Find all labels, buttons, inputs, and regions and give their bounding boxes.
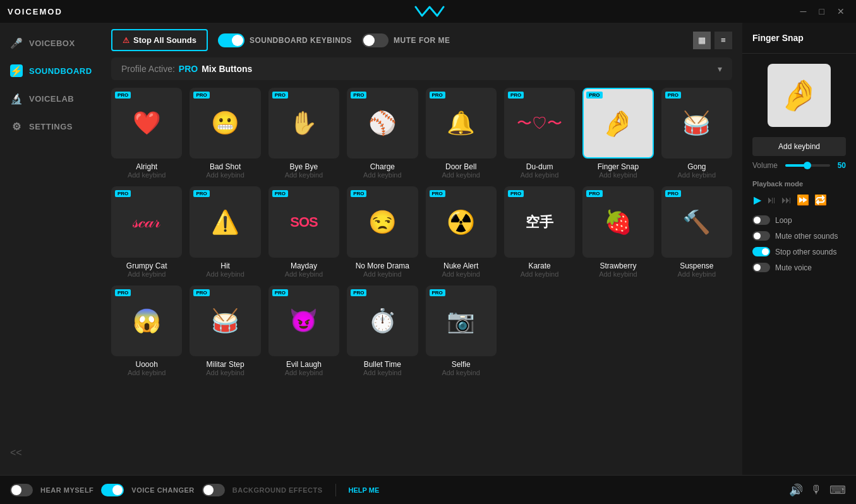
- sound-card-strawberry[interactable]: PRO 🍓 Strawberry Add keybind: [582, 186, 653, 277]
- sound-name-uoooh: Uoooh: [136, 360, 158, 369]
- view-buttons: ▦ ≡: [693, 32, 732, 49]
- sound-card-bullet-time[interactable]: PRO ⏱️ Bullet Time Add keybind: [347, 285, 418, 376]
- sound-keybind-uoooh[interactable]: Add keybind: [128, 369, 166, 376]
- playback-play-pause-button[interactable]: ⏯: [765, 193, 778, 207]
- sound-keybind-evil-laugh[interactable]: Add keybind: [285, 369, 323, 376]
- sidebar-label-soundboard: SOUNDBOARD: [29, 66, 92, 76]
- sound-keybind-selfie[interactable]: Add keybind: [442, 369, 480, 376]
- minimize-button[interactable]: ─: [797, 5, 811, 18]
- sound-keybind-no-more-drama[interactable]: Add keybind: [363, 270, 402, 278]
- sound-card-mayday[interactable]: PRO SOS Mayday Add keybind: [268, 186, 339, 277]
- stop-other-toggle[interactable]: [752, 247, 770, 256]
- hear-myself-toggle[interactable]: [10, 484, 33, 496]
- sound-thumb-hit: PRO ⚠️: [190, 186, 260, 257]
- keyboard-icon[interactable]: ⌨: [829, 483, 846, 497]
- sound-card-grumpy-cat[interactable]: PRO 𝓈𝒸𝒶𝓇 Grumpy Cat Add keybind: [111, 186, 182, 277]
- sidebar-footer: <<: [0, 437, 101, 469]
- profile-bar[interactable]: Profile Active: PRO Mix Buttons ▾: [111, 57, 732, 80]
- sound-keybind-alright[interactable]: Add keybind: [128, 171, 166, 179]
- sound-card-gong[interactable]: PRO 🥁 Gong Add keybind: [661, 88, 732, 179]
- sound-card-finger-snap[interactable]: PRO 🤌 Finger Snap Add keybind: [582, 88, 653, 179]
- sound-keybind-bullet-time[interactable]: Add keybind: [363, 369, 402, 376]
- sound-keybind-du-dum[interactable]: Add keybind: [521, 171, 559, 179]
- sound-name-gong: Gong: [687, 162, 706, 171]
- pro-badge: PRO: [193, 190, 209, 197]
- sound-keybind-karate[interactable]: Add keybind: [521, 270, 559, 278]
- microphone-icon[interactable]: 🎙: [811, 483, 822, 497]
- sidebar-item-settings[interactable]: ⚙ SETTINGS: [0, 112, 101, 140]
- playback-repeat-button[interactable]: 🔁: [813, 193, 828, 207]
- sound-keybind-mayday[interactable]: Add keybind: [285, 270, 323, 278]
- keybinds-toggle[interactable]: [218, 33, 244, 47]
- list-view-button[interactable]: ≡: [714, 32, 732, 49]
- sidebar-item-voicelab[interactable]: 🔬 VOICELAB: [0, 85, 101, 112]
- sound-keybind-bad-shot[interactable]: Add keybind: [206, 171, 244, 179]
- window-controls[interactable]: ─ □ ✕: [797, 5, 848, 18]
- sidebar-item-soundboard[interactable]: ⚡ SOUNDBOARD: [0, 57, 101, 85]
- sound-name-bullet-time: Bullet Time: [364, 360, 401, 369]
- pro-badge: PRO: [586, 190, 602, 197]
- sound-card-militar-step[interactable]: PRO 🥁 Militar Step Add keybind: [190, 285, 260, 376]
- sound-card-suspense[interactable]: PRO 🔨 Suspense Add keybind: [661, 186, 732, 277]
- sound-card-no-more-drama[interactable]: PRO 😒 No More Drama Add keybind: [347, 186, 418, 277]
- sound-keybind-grumpy-cat[interactable]: Add keybind: [128, 270, 166, 278]
- sound-card-uoooh[interactable]: PRO 😱 Uoooh Add keybind: [111, 285, 182, 376]
- sound-keybind-gong[interactable]: Add keybind: [678, 171, 716, 179]
- help-button[interactable]: HELP ME: [349, 486, 380, 494]
- sound-card-bad-shot[interactable]: PRO 😬 Bad Shot Add keybind: [190, 88, 260, 179]
- sound-card-evil-laugh[interactable]: PRO 😈 Evil Laugh Add keybind: [268, 285, 339, 376]
- playback-skip-button[interactable]: ⏩: [795, 193, 811, 207]
- volume-icon[interactable]: 🔊: [789, 483, 803, 497]
- sound-card-bye-bye[interactable]: PRO ✋ Bye Bye Add keybind: [268, 88, 339, 179]
- sound-keybind-door-bell[interactable]: Add keybind: [442, 171, 480, 179]
- volume-slider[interactable]: [785, 164, 830, 167]
- sound-name-du-dum: Du-dum: [526, 162, 553, 171]
- playback-stop-button[interactable]: ⏭: [780, 193, 793, 207]
- sound-card-charge[interactable]: PRO ⚾ Charge Add keybind: [347, 88, 418, 179]
- sound-thumb-grumpy-cat: PRO 𝓈𝒸𝒶𝓇: [111, 186, 182, 257]
- settings-icon: ⚙: [10, 120, 23, 133]
- stop-all-button[interactable]: ⚠ Stop All Sounds: [111, 29, 208, 51]
- maximize-button[interactable]: □: [816, 5, 828, 18]
- pro-badge: PRO: [193, 92, 209, 99]
- mute-voice-toggle[interactable]: [752, 263, 770, 272]
- sound-card-selfie[interactable]: PRO 📷 Selfie Add keybind: [426, 285, 497, 376]
- app-title: VOICEMOD: [8, 7, 63, 16]
- sound-card-hit[interactable]: PRO ⚠️ Hit Add keybind: [190, 186, 260, 277]
- panel-add-keybind-button[interactable]: Add keybind: [752, 137, 846, 156]
- sound-thumb-du-dum: PRO 〜♡〜: [504, 88, 575, 159]
- collapse-button[interactable]: <<: [10, 447, 22, 458]
- sound-card-karate[interactable]: PRO 空手 Karate Add keybind: [504, 186, 575, 277]
- sound-keybind-charge[interactable]: Add keybind: [363, 171, 402, 179]
- grid-view-button[interactable]: ▦: [693, 32, 711, 49]
- sound-card-nuke-alert[interactable]: PRO ☢️ Nuke Alert Add keybind: [426, 186, 497, 277]
- bg-effects-toggle[interactable]: [202, 484, 225, 496]
- sound-keybind-bye-bye[interactable]: Add keybind: [285, 171, 323, 179]
- toolbar: ⚠ Stop All Sounds SOUNDBOARD KEYBINDS MU…: [101, 23, 742, 57]
- sidebar-item-voicebox[interactable]: 🎤 VOICEBOX: [0, 29, 101, 57]
- sound-name-mayday: Mayday: [291, 261, 317, 270]
- sound-keybind-strawberry[interactable]: Add keybind: [599, 270, 637, 278]
- mute-other-toggle[interactable]: [752, 231, 770, 241]
- mute-toggle[interactable]: [362, 33, 389, 47]
- sound-thumb-bullet-time: PRO ⏱️: [347, 285, 418, 356]
- sound-keybind-militar-step[interactable]: Add keybind: [206, 369, 244, 376]
- sound-thumb-bye-bye: PRO ✋: [268, 88, 339, 159]
- mute-voice-label: Mute voice: [775, 263, 812, 272]
- sound-keybind-nuke-alert[interactable]: Add keybind: [442, 270, 480, 278]
- sound-keybind-suspense[interactable]: Add keybind: [678, 270, 716, 278]
- sound-keybind-hit[interactable]: Add keybind: [206, 270, 244, 278]
- playback-play-button[interactable]: ▶: [752, 193, 763, 207]
- stop-all-label: Stop All Sounds: [133, 35, 196, 45]
- close-button[interactable]: ✕: [833, 5, 848, 18]
- sound-card-alright[interactable]: PRO ❤️ Alright Add keybind: [111, 88, 182, 179]
- voice-changer-toggle[interactable]: [101, 484, 124, 496]
- profile-label: Profile Active:: [121, 64, 175, 74]
- sound-thumb-uoooh: PRO 😱: [111, 285, 182, 356]
- loop-toggle[interactable]: [752, 215, 770, 225]
- sound-keybind-finger-snap[interactable]: Add keybind: [599, 171, 637, 179]
- sound-thumb-charge: PRO ⚾: [347, 88, 418, 159]
- sound-card-door-bell[interactable]: PRO 🔔 Door Bell Add keybind: [426, 88, 497, 179]
- sound-card-du-dum[interactable]: PRO 〜♡〜 Du-dum Add keybind: [504, 88, 575, 179]
- volume-thumb[interactable]: [804, 162, 811, 169]
